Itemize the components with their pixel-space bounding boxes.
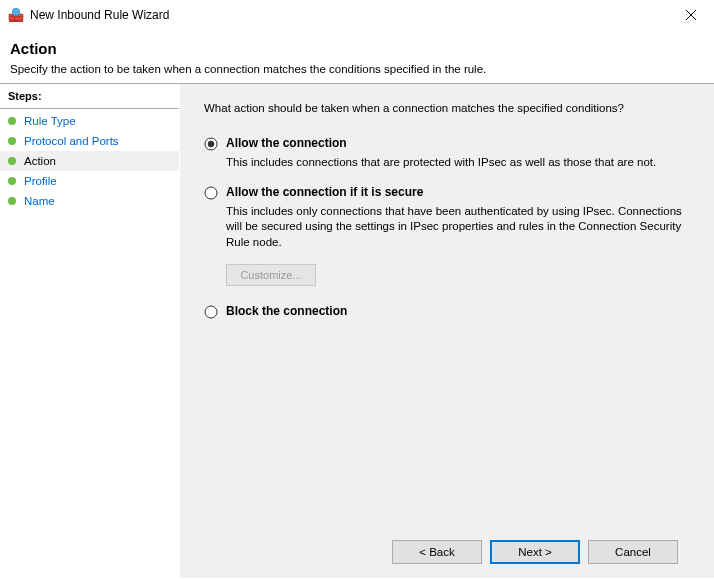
step-label: Name <box>24 195 55 207</box>
svg-point-11 <box>208 141 214 147</box>
radio-selected-icon <box>204 137 218 151</box>
svg-rect-5 <box>15 17 23 20</box>
radio-allow-secure-label: Allow the connection if it is secure <box>226 185 423 199</box>
step-protocol-and-ports[interactable]: Protocol and Ports <box>0 131 179 151</box>
bullet-icon <box>8 157 16 165</box>
page-title: Action <box>10 40 704 57</box>
window-title: New Inbound Rule Wizard <box>30 8 668 22</box>
customize-button: Customize... <box>226 264 316 286</box>
radio-unselected-icon <box>204 186 218 200</box>
step-label: Rule Type <box>24 115 76 127</box>
step-name[interactable]: Name <box>0 191 179 211</box>
radio-allow-desc: This includes connections that are prote… <box>226 155 686 171</box>
wizard-header: Action Specify the action to be taken wh… <box>0 30 714 83</box>
radio-block-label: Block the connection <box>226 304 347 318</box>
bullet-icon <box>8 177 16 185</box>
step-profile[interactable]: Profile <box>0 171 179 191</box>
radio-allow[interactable] <box>204 137 218 151</box>
step-label: Profile <box>24 175 57 187</box>
cancel-button[interactable]: Cancel <box>588 540 678 564</box>
svg-rect-4 <box>9 17 15 20</box>
svg-point-12 <box>205 187 217 199</box>
radio-unselected-icon <box>204 305 218 319</box>
radio-allow-secure-desc: This includes only connections that have… <box>226 204 686 251</box>
action-radio-group: Allow the connection This includes conne… <box>204 136 690 323</box>
step-rule-type[interactable]: Rule Type <box>0 111 179 131</box>
option-allow: Allow the connection This includes conne… <box>204 136 690 171</box>
firewall-icon <box>8 7 24 23</box>
wizard-footer: < Back Next > Cancel <box>204 530 690 578</box>
close-icon <box>686 10 696 20</box>
back-button[interactable]: < Back <box>392 540 482 564</box>
option-block: Block the connection <box>204 304 690 319</box>
radio-block[interactable] <box>204 305 218 319</box>
prompt-text: What action should be taken when a conne… <box>204 102 690 114</box>
radio-allow-label: Allow the connection <box>226 136 347 150</box>
steps-heading: Steps: <box>0 90 179 109</box>
bullet-icon <box>8 117 16 125</box>
bullet-icon <box>8 197 16 205</box>
steps-sidebar: Steps: Rule Type Protocol and Ports Acti… <box>0 84 180 578</box>
bullet-icon <box>8 137 16 145</box>
page-subtitle: Specify the action to be taken when a co… <box>10 63 704 75</box>
next-button[interactable]: Next > <box>490 540 580 564</box>
wizard-body: Steps: Rule Type Protocol and Ports Acti… <box>0 84 714 578</box>
step-action[interactable]: Action <box>0 151 179 171</box>
titlebar: New Inbound Rule Wizard <box>0 0 714 30</box>
close-button[interactable] <box>668 0 714 30</box>
option-allow-secure: Allow the connection if it is secure Thi… <box>204 185 690 287</box>
step-label: Action <box>24 155 56 167</box>
svg-point-7 <box>13 9 19 15</box>
svg-point-13 <box>205 306 217 318</box>
svg-rect-1 <box>9 14 13 17</box>
wizard-main: What action should be taken when a conne… <box>180 84 714 578</box>
step-label: Protocol and Ports <box>24 135 119 147</box>
radio-allow-secure[interactable] <box>204 186 218 200</box>
